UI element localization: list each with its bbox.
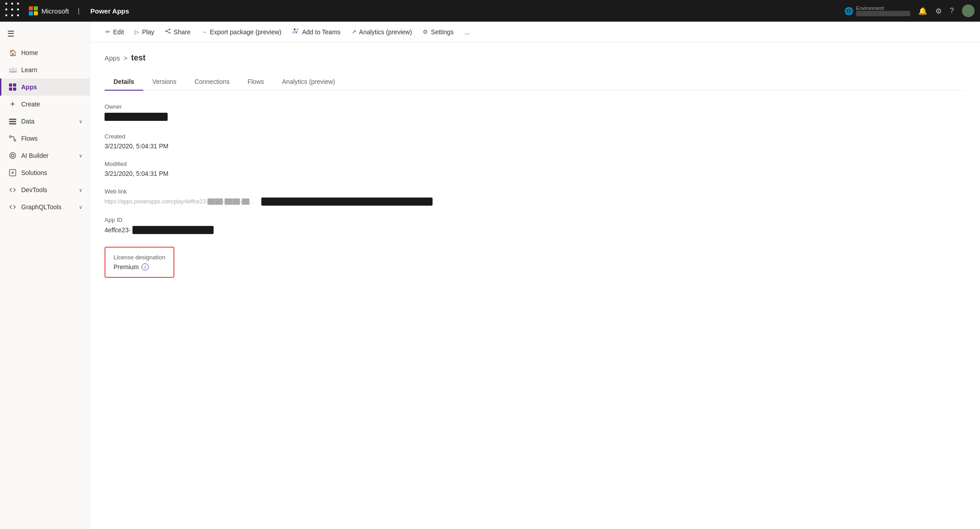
- settings-icon: ⚙: [423, 28, 428, 35]
- tab-details[interactable]: Details: [105, 74, 143, 91]
- breadcrumb: Apps > test: [105, 53, 966, 63]
- tab-connections[interactable]: Connections: [186, 74, 239, 91]
- modified-section: Modified 3/21/2020, 5:04:31 PM: [105, 161, 966, 177]
- sidebar: ☰ 🏠 Home 📖 Learn Apps + Create: [0, 22, 90, 529]
- toolbar: ✏ Edit ▷ Play Share →: [90, 22, 980, 42]
- breadcrumb-separator: >: [123, 54, 128, 62]
- sidebar-item-ai-builder[interactable]: AI Builder ∨: [0, 147, 90, 164]
- tab-flows[interactable]: Flows: [238, 74, 273, 91]
- weblink-redacted: [261, 198, 433, 206]
- svg-rect-0: [9, 83, 12, 87]
- sidebar-item-create[interactable]: + Create: [0, 96, 90, 113]
- breadcrumb-apps-link[interactable]: Apps: [105, 54, 120, 62]
- owner-section: Owner: [105, 103, 966, 122]
- appid-redacted: [132, 226, 214, 234]
- create-icon: +: [9, 100, 17, 108]
- created-section: Created 3/21/2020, 5:04:31 PM: [105, 133, 966, 150]
- svg-point-7: [9, 136, 11, 138]
- svg-point-8: [14, 139, 16, 141]
- edit-icon: ✏: [105, 28, 110, 35]
- play-icon: ▷: [135, 28, 139, 35]
- analytics-icon: ↗: [351, 28, 356, 35]
- data-icon: [9, 117, 17, 125]
- add-to-teams-button[interactable]: Add to Teams: [287, 25, 345, 38]
- breadcrumb-current: test: [131, 53, 146, 63]
- appid-prefix: 4effce23-: [105, 226, 131, 234]
- teams-icon: [292, 28, 299, 36]
- sidebar-item-solutions[interactable]: Solutions: [0, 164, 90, 181]
- flows-icon: [9, 134, 17, 143]
- svg-point-13: [169, 32, 171, 33]
- weblink-row: https://apps.powerapps.com/play/4effce23…: [105, 198, 966, 206]
- modified-value: 3/21/2020, 5:04:31 PM: [105, 170, 966, 177]
- created-value: 3/21/2020, 5:04:31 PM: [105, 143, 966, 150]
- svg-rect-1: [13, 83, 16, 87]
- weblink-blurred: https://apps.powerapps.com/play/4effce23…: [105, 198, 258, 205]
- sidebar-item-graphqltools[interactable]: GraphQLTools ∨: [0, 198, 90, 216]
- license-info-icon[interactable]: i: [141, 263, 149, 271]
- license-label: License designation: [114, 254, 165, 261]
- devtools-chevron-icon: ∨: [79, 187, 82, 193]
- analytics-button[interactable]: ↗ Analytics (preview): [347, 26, 416, 38]
- svg-point-9: [11, 154, 14, 157]
- help-icon[interactable]: ?: [950, 7, 954, 15]
- license-box: License designation Premium i: [105, 247, 174, 278]
- tab-analytics[interactable]: Analytics (preview): [273, 74, 344, 91]
- devtools-icon: [9, 186, 17, 194]
- appid-label: App ID: [105, 216, 966, 223]
- sidebar-item-learn[interactable]: 📖 Learn: [0, 61, 90, 78]
- license-text: Premium: [114, 263, 139, 271]
- apps-icon: [9, 83, 17, 91]
- sidebar-item-data[interactable]: Data ∨: [0, 113, 90, 130]
- tab-versions[interactable]: Versions: [143, 74, 186, 91]
- modified-label: Modified: [105, 161, 966, 167]
- main-layout: ☰ 🏠 Home 📖 Learn Apps + Create: [0, 22, 980, 529]
- topnav: Microsoft | Power Apps 🌐 Environment 🔔 ⚙…: [0, 0, 980, 22]
- user-avatar[interactable]: [962, 5, 975, 17]
- settings-button[interactable]: ⚙ Settings: [418, 26, 458, 38]
- solutions-icon: [9, 169, 17, 177]
- graphqltools-icon: [9, 203, 17, 211]
- app-title: Power Apps: [90, 7, 129, 15]
- svg-rect-6: [9, 123, 16, 124]
- svg-rect-2: [9, 87, 12, 91]
- svg-point-12: [169, 28, 171, 30]
- learn-icon: 📖: [9, 66, 17, 74]
- graphqltools-chevron-icon: ∨: [79, 204, 82, 210]
- page-content: Apps > test Details Versions Connections…: [90, 42, 980, 529]
- svg-point-14: [165, 30, 167, 32]
- sidebar-item-apps[interactable]: Apps: [0, 78, 90, 96]
- microsoft-logo[interactable]: Microsoft: [29, 6, 69, 15]
- environment-selector[interactable]: 🌐 Environment: [844, 5, 910, 16]
- weblink-label: Web link: [105, 188, 966, 195]
- appid-row: 4effce23-: [105, 226, 966, 234]
- license-section: License designation Premium i: [105, 245, 966, 278]
- export-button[interactable]: → Export package (preview): [197, 26, 286, 38]
- ai-builder-chevron-icon: ∨: [79, 153, 82, 159]
- edit-button[interactable]: ✏ Edit: [101, 26, 128, 38]
- more-button[interactable]: ...: [460, 26, 474, 38]
- sidebar-item-flows[interactable]: Flows: [0, 130, 90, 147]
- svg-rect-4: [9, 119, 16, 120]
- app-launcher-icon[interactable]: [5, 3, 22, 19]
- ai-builder-icon: [9, 152, 17, 160]
- play-button[interactable]: ▷ Play: [130, 26, 159, 38]
- svg-point-15: [294, 28, 296, 30]
- owner-redacted: [105, 113, 168, 121]
- settings-icon[interactable]: ⚙: [935, 7, 942, 15]
- share-button[interactable]: Share: [160, 26, 195, 38]
- svg-rect-5: [9, 121, 16, 122]
- license-value: Premium i: [114, 263, 165, 271]
- owner-value: [105, 113, 966, 122]
- created-label: Created: [105, 133, 966, 140]
- export-icon: →: [201, 28, 207, 35]
- notifications-icon[interactable]: 🔔: [918, 7, 927, 15]
- data-chevron-icon: ∨: [79, 119, 82, 124]
- svg-point-16: [297, 29, 298, 30]
- tabs: Details Versions Connections Flows Analy…: [105, 74, 966, 91]
- sidebar-item-home[interactable]: 🏠 Home: [0, 44, 90, 61]
- sidebar-item-devtools[interactable]: DevTools ∨: [0, 181, 90, 198]
- svg-point-10: [10, 153, 16, 159]
- content-area: ✏ Edit ▷ Play Share →: [90, 22, 980, 529]
- hamburger-menu[interactable]: ☰: [0, 25, 90, 42]
